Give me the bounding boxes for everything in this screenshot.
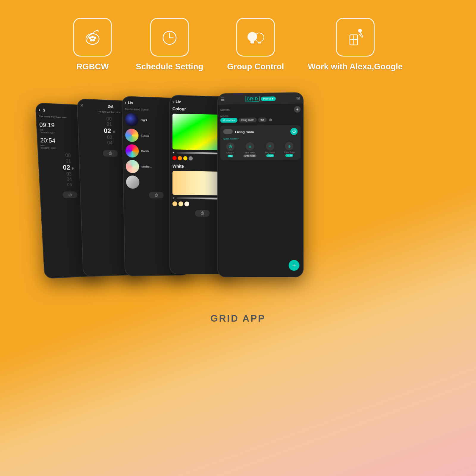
ph2-num-04: 04 xyxy=(107,140,112,146)
ph4-white-sun-icon: ☀ xyxy=(173,197,175,200)
ph3-back-arrow: ‹ xyxy=(125,101,126,105)
ph5-add-tab-icon[interactable]: ⊕ xyxy=(269,118,272,122)
ph1-num-05: 05 xyxy=(67,182,72,187)
ph5-workmode-value: white mode xyxy=(243,155,256,157)
ph4-white-brightness-bar[interactable] xyxy=(177,197,223,200)
clock-icon xyxy=(159,26,180,48)
ph5-onoff-icon[interactable]: ⏻ xyxy=(226,143,234,151)
ph5-brightness-value: 100% xyxy=(266,154,274,157)
ph5-fab-btn[interactable]: + xyxy=(289,260,299,271)
icon-box-rgbcw xyxy=(73,18,112,57)
ph5-onoff-value: ON xyxy=(228,155,233,157)
ph5-chevron-down-icon: ▾ xyxy=(272,97,273,100)
ph1-num-00: 00 xyxy=(65,153,71,158)
ph4-dot-warm[interactable] xyxy=(173,201,177,206)
ph4-brightness-bar[interactable] xyxy=(177,152,223,155)
svg-point-4 xyxy=(93,39,95,41)
ph5-hamburger-icon[interactable]: ☰ xyxy=(221,97,225,102)
ph5-home-btn[interactable]: Home ▾ xyxy=(261,96,276,101)
ph4-dot-orange[interactable] xyxy=(178,156,182,160)
ph2-num-02-active: 02 H xyxy=(104,127,115,135)
ph3-casual-label: Casual xyxy=(141,134,149,137)
palette-icon xyxy=(82,26,103,48)
ph5-device-icon xyxy=(223,129,233,134)
phone-5-body: ☰ GRiD Home ▾ ✉ scenes + xyxy=(217,92,303,277)
ph3-night-label: Night xyxy=(141,119,147,122)
svg-point-5 xyxy=(90,39,92,41)
ph5-logo: GRiD Home ▾ xyxy=(245,96,276,102)
ph4-dot-red[interactable] xyxy=(173,156,177,160)
ph4-title: Liv xyxy=(176,100,181,104)
ph5-onoff-label: ON/OFF xyxy=(226,152,234,154)
icon-schedule: Schedule Setting xyxy=(136,18,203,72)
ph5-mail-icon[interactable]: ✉ xyxy=(296,96,300,101)
ph5-brightness-label: Brightness xyxy=(265,151,275,154)
ph2-power-btn[interactable]: ⏻ xyxy=(103,150,118,157)
ph5-tab-ma[interactable]: ma xyxy=(258,118,267,122)
ph1-power-btn[interactable]: ⏻ xyxy=(62,192,78,198)
svg-line-6 xyxy=(93,30,97,32)
ph4-dot-yellow[interactable] xyxy=(183,156,187,160)
bulbs-icon xyxy=(245,26,266,48)
phone-5-content: ☰ GRiD Home ▾ ✉ scenes + xyxy=(218,93,303,277)
ph3-dazzle-label: Dazzle xyxy=(141,150,149,153)
ph5-room-name-row: Living room xyxy=(223,129,254,135)
ph5-room-tabs: all devices living room ma ⊕ xyxy=(220,117,300,123)
ph5-control-onoff: ⏻ ON/OFF ON xyxy=(226,143,234,157)
phones-section: ‹ S The timing may have an e 09:19 Sat O… xyxy=(0,93,476,295)
ph5-tab-all-devices[interactable]: all devices xyxy=(220,118,237,123)
ph3-casual-circle xyxy=(125,129,139,142)
ph5-room-power-icon[interactable]: ⏻ xyxy=(290,128,298,135)
phone-grid-home: ☰ GRiD Home ▾ ✉ scenes + xyxy=(217,92,303,277)
ph5-colortemp-icon[interactable]: ◑ xyxy=(285,142,293,150)
ph3-power-btn[interactable]: ⏻ xyxy=(149,192,164,198)
bottom-label: GRID APP xyxy=(210,313,266,324)
ph5-workmode-label: work mode xyxy=(245,152,255,154)
label-alexa: Work with Alexa,Google xyxy=(308,61,403,72)
ph5-colortemp-label: Color Temp xyxy=(284,151,295,153)
ph2-num-00: 00 xyxy=(106,116,112,122)
ph3-title: Liv xyxy=(128,101,133,105)
ph5-scenes-row: scenes + xyxy=(220,106,300,114)
svg-point-16 xyxy=(358,29,361,32)
ph5-tab-living-room[interactable]: living room xyxy=(239,118,256,123)
ph5-controls: ⏻ ON/OFF ON ⊞ work mode white mode ☀ xyxy=(223,142,298,157)
ph2-close-icon: ✕ xyxy=(80,103,84,108)
ph5-control-colortemp: ◑ Color Temp 100% xyxy=(284,142,295,157)
smart-home-icon xyxy=(345,26,366,48)
ph5-rooms-label: rooms xyxy=(220,115,228,118)
ph5-header: ☰ GRiD Home ▾ ✉ xyxy=(218,93,303,105)
ph4-dot-neutral[interactable] xyxy=(178,202,183,206)
ph5-room-name: Living room xyxy=(235,130,254,134)
ph5-colortemp-value: 100% xyxy=(285,154,293,157)
label-group: Group Control xyxy=(227,61,284,72)
ph5-add-scene-btn[interactable]: + xyxy=(294,106,300,113)
ph5-brightness-icon[interactable]: ☀ xyxy=(266,142,274,151)
ph3-medite-circle xyxy=(126,160,139,173)
ph5-workmode-icon[interactable]: ⊞ xyxy=(246,143,254,151)
top-icons-section: RGBCW Schedule Setting Group Control xyxy=(73,18,403,72)
ph1-title: S xyxy=(43,108,46,112)
ph1-num-04: 04 xyxy=(67,177,72,182)
ph3-extra-circle xyxy=(126,176,139,189)
svg-point-3 xyxy=(94,37,96,39)
ph1-num-02-active: 02 H xyxy=(63,164,75,172)
ph5-room-header: Living room ⏻ xyxy=(223,128,298,136)
svg-point-1 xyxy=(89,37,91,39)
ph4-dot-cool[interactable] xyxy=(184,202,189,206)
icon-box-schedule xyxy=(150,18,189,57)
ph5-quick-access: Quick Access ^ xyxy=(223,137,298,140)
ph4-power-btn[interactable]: ⏻ xyxy=(195,210,210,217)
ph5-logo-text: GRiD xyxy=(245,96,260,102)
ph3-medite-label: Medite... xyxy=(141,165,152,169)
ph2-num-01: 01 xyxy=(107,122,112,127)
ph1-back-arrow: ‹ xyxy=(38,107,40,113)
icon-box-alexa xyxy=(336,18,375,57)
svg-point-2 xyxy=(92,36,93,38)
svg-line-7 xyxy=(97,30,98,31)
ph2-num-03: 03 xyxy=(107,135,112,140)
ph4-dot-gray[interactable] xyxy=(189,156,193,161)
icon-rgbcw: RGBCW xyxy=(73,18,112,72)
ph5-control-brightness: ☀ Brightness 100% xyxy=(265,142,275,157)
label-rgbcw: RGBCW xyxy=(76,61,109,72)
